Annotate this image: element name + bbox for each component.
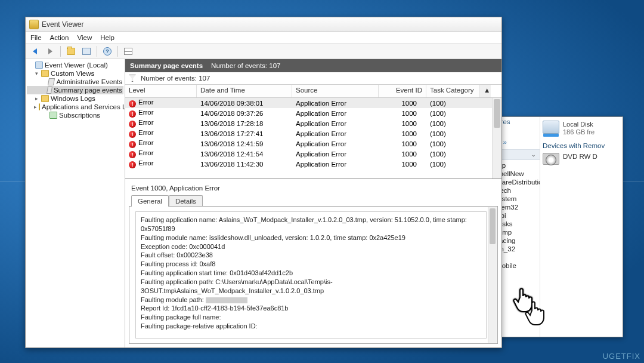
folder-icon — [67, 48, 75, 55]
detail-title: Event 1000, Application Error — [129, 183, 498, 195]
tree-node[interactable]: Summary page events — [27, 86, 123, 94]
detail-scrollbar[interactable] — [488, 207, 497, 343]
event-row[interactable]: !Error13/06/2018 12:41:54Application Err… — [125, 149, 501, 159]
pane-header: Summary page events Number of events: 10… — [125, 59, 501, 72]
detail-pane: Event 1000, Application Error General De… — [125, 179, 501, 347]
dvd-icon — [543, 153, 559, 165]
menu-action[interactable]: Action — [50, 34, 69, 41]
tab-general[interactable]: General — [131, 195, 169, 207]
arrow-right-icon — [48, 48, 52, 54]
menu-file[interactable]: File — [30, 34, 42, 41]
event-list: !Error14/06/2018 09:38:01Application Err… — [125, 98, 501, 179]
tree-node[interactable]: Administrative Events — [27, 78, 123, 86]
event-row[interactable]: !Error13/06/2018 17:27:41Application Err… — [125, 128, 501, 139]
help-icon: ? — [103, 47, 112, 56]
devices-header: Devices with Remov — [543, 142, 620, 149]
view-list-button[interactable] — [80, 45, 93, 57]
menu-view[interactable]: View — [78, 34, 92, 41]
menubar: File Action View Help — [26, 32, 501, 44]
chevron-down-icon: ⌄ — [531, 152, 536, 158]
list-scrollbar[interactable] — [492, 98, 501, 179]
event-viewer-window: Event Viewer File Action View Help ? Eve… — [25, 17, 502, 348]
tree-node[interactable]: ▾Custom Views — [27, 69, 123, 78]
dvd-drive[interactable]: DVD RW D — [543, 153, 620, 165]
explorer-content: Local Disk186 GB fre Devices with Remov … — [540, 117, 623, 337]
properties-button[interactable] — [122, 45, 135, 57]
grid-icon — [124, 48, 132, 55]
local-disk[interactable]: Local Disk186 GB fre — [543, 121, 620, 136]
tree-node[interactable]: ▸Applications and Services Lo — [27, 103, 123, 111]
watermark: UGETFIX — [603, 352, 640, 361]
menu-help[interactable]: Help — [100, 34, 114, 41]
tree-node[interactable]: ▸Windows Logs — [27, 94, 123, 103]
event-row[interactable]: !Error13/06/2018 11:42:30Application Err… — [125, 159, 501, 169]
filter-icon — [129, 75, 136, 82]
list-icon — [82, 48, 91, 55]
tree-node[interactable]: Event Viewer (Local) — [27, 61, 123, 69]
arrow-left-icon — [33, 48, 37, 54]
titlebar[interactable]: Event Viewer — [26, 17, 501, 32]
tree-node[interactable]: Subscriptions — [27, 111, 123, 119]
event-row[interactable]: !Error13/06/2018 12:41:59Application Err… — [125, 139, 501, 149]
nav-tree: Event Viewer (Local)▾Custom ViewsAdminis… — [26, 59, 125, 347]
event-row[interactable]: !Error14/06/2018 09:37:26Application Err… — [125, 108, 501, 118]
event-row[interactable]: !Error14/06/2018 09:38:01Application Err… — [125, 98, 501, 108]
tab-details[interactable]: Details — [169, 195, 203, 207]
column-headers[interactable]: LevelDate and TimeSourceEvent IDTask Cat… — [125, 85, 501, 98]
show-tree-button[interactable] — [64, 45, 78, 57]
drive-icon — [543, 121, 559, 134]
forward-button[interactable] — [44, 45, 57, 57]
back-button[interactable] — [28, 45, 41, 57]
toolbar: ? — [26, 44, 501, 59]
detail-body: Faulting application name: Aslains_WoT_M… — [141, 216, 481, 331]
help-button[interactable]: ? — [101, 45, 114, 57]
app-icon — [29, 20, 39, 29]
window-title: Event Viewer — [42, 20, 83, 29]
event-row[interactable]: !Error13/06/2018 17:28:18Application Err… — [125, 118, 501, 128]
filter-bar: Number of events: 107 — [125, 72, 501, 85]
